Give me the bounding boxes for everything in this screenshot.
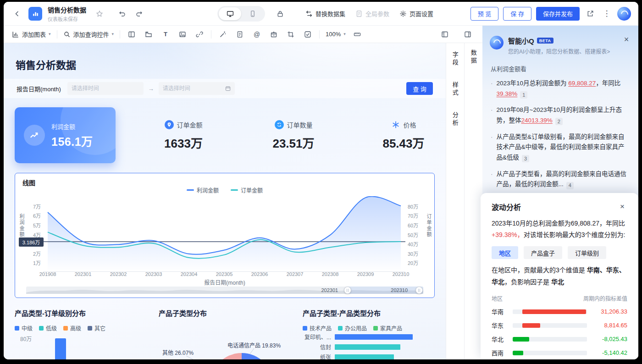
diff-bar-fill (522, 323, 540, 328)
checklist-icon[interactable] (302, 29, 313, 40)
insight-item[interactable]: · 从产品子类型看，最高的利润金额来自电话通信产品，最低的利润金额...4 (491, 169, 629, 190)
y-tick: 6万 (23, 212, 41, 219)
add-query-control-button[interactable]: 添加查询控件 ▾ (63, 30, 114, 39)
mobile-view-icon[interactable] (241, 7, 264, 20)
layout-container-icon[interactable] (126, 29, 137, 40)
legend-marker (187, 189, 194, 191)
note-icon[interactable] (234, 29, 245, 40)
line-chart-card[interactable]: 线图 利润金额 订单金额 利润金额 订单金额 7万 6万 5万 4万 3万 2万 (15, 173, 435, 298)
more-menu-icon[interactable]: ⋮ (601, 8, 613, 20)
kpi-label: 价格 (404, 120, 416, 129)
range-slider[interactable]: 202301 202310 (26, 287, 423, 294)
end-date-input[interactable] (163, 85, 222, 92)
insight-list: · 2023年10月总利润金额为 69,808.27，年同比39.38%1 · … (482, 78, 638, 190)
chip-region[interactable]: 地区 (492, 246, 518, 259)
ruler-grid-icon[interactable] (352, 29, 363, 40)
line-plot[interactable] (43, 196, 405, 272)
y-tick: 50万 (408, 231, 427, 238)
user-avatar[interactable] (617, 7, 631, 21)
x-tick: 202307 (281, 271, 309, 277)
top-bar: 销售分析数据 仪表板未保存 替换数据集 全局参数 页面设置 预 览 保 存 保存… (4, 2, 638, 26)
chip-order-level[interactable]: 订单级别 (568, 246, 606, 259)
date-input-end[interactable] (159, 82, 235, 95)
widget-package-icon[interactable] (268, 29, 279, 40)
redo-icon[interactable] (133, 8, 145, 20)
chevron-down-icon: ▾ (49, 32, 51, 36)
add-chart-button[interactable]: 添加图表 ▾ (12, 30, 51, 39)
insight-item[interactable]: · 从产品类型&订单级别看，最高的利润金额来自技术产品&中级等，最低的利润金额来… (491, 132, 629, 163)
text-tool-icon[interactable]: T (160, 29, 171, 40)
desktop-view-icon[interactable] (219, 7, 241, 20)
legend-item[interactable]: 中级 (15, 324, 33, 332)
query-control-bar: 报告日期(month) → 查 询 (4, 79, 446, 98)
save-button[interactable]: 保 存 (503, 7, 531, 21)
kpi-card-order-count[interactable]: 订单数量 23.51万 (243, 107, 344, 163)
image-tool-icon[interactable] (177, 29, 188, 40)
legend-item[interactable]: 高级 (63, 324, 81, 332)
tab-fields[interactable]: 字段 (451, 51, 459, 67)
publish-button[interactable]: 保存并发布 (536, 7, 580, 21)
kpi-card-profit-amount[interactable]: 利润金额 156.1万 (15, 107, 116, 163)
share-icon[interactable] (584, 8, 596, 20)
device-toggle[interactable] (217, 6, 265, 22)
undo-icon[interactable] (116, 8, 128, 20)
legend-item[interactable]: 技术产品 (303, 324, 332, 332)
kpi-label: 利润金额 (51, 122, 93, 131)
bar-chart-card[interactable]: 产品类型-订单级别分布 中级 低级 高级 其它 80万 (15, 304, 152, 359)
query-search-button[interactable]: 查 询 (406, 82, 433, 95)
fields-panel-icon[interactable] (439, 29, 450, 40)
pie-chart-card[interactable]: 产品子类型分布 其他 26.07% 电话通信产品 19.83% (159, 304, 296, 359)
mention-icon[interactable]: @ (251, 29, 262, 40)
insight-badge[interactable]: 1 (520, 91, 527, 99)
tab-container-icon[interactable] (143, 29, 154, 40)
data-panel-icon[interactable] (462, 29, 473, 40)
insight-badge[interactable]: 2 (555, 118, 563, 125)
link-tool-icon[interactable] (194, 29, 205, 40)
insight-item[interactable]: · 2019年08月~2023年10月的利润金额呈上升态势，整体24013.39… (491, 105, 629, 126)
diff-row: 西南-5,140.42 (492, 348, 627, 358)
theme-wand-icon[interactable] (217, 29, 228, 40)
zoom-control[interactable]: 100% ▾ (326, 31, 346, 38)
lock-icon[interactable] (274, 8, 286, 20)
date-input-start[interactable] (67, 82, 144, 95)
panel-title: 波动分析 (492, 201, 521, 212)
dashboard-canvas[interactable]: 销售分析数据 报告日期(month) → 查 询 (4, 43, 446, 359)
chart-title: 产品子类型-产品类型分布 (303, 304, 435, 318)
main-area: 添加图表 ▾ 添加查询控件 ▾ T @ (4, 26, 638, 359)
legend-item-order[interactable]: 订单金额 (231, 186, 263, 194)
favorite-star-icon[interactable] (94, 8, 105, 20)
chevron-down-icon: ▾ (343, 32, 346, 36)
back-button[interactable] (11, 8, 23, 20)
insight-badge[interactable]: 3 (522, 155, 529, 162)
legend-item-profit[interactable]: 利润金额 (187, 186, 219, 194)
insight-badge[interactable]: 4 (566, 182, 574, 189)
crop-icon[interactable] (285, 29, 296, 40)
start-date-input[interactable] (72, 85, 139, 92)
tab-analysis[interactable]: 分析 (451, 112, 459, 127)
chip-product-box[interactable]: 产品盒子 (524, 246, 562, 259)
replace-dataset-button[interactable]: 替换数据集 (303, 7, 348, 20)
slider-start-label: 202301 (321, 287, 338, 293)
insight-item[interactable]: · 2023年10月总利润金额为 69,808.27，年同比39.38%1 (491, 78, 629, 99)
tab-style[interactable]: 样式 (451, 82, 459, 97)
panel-toggles (439, 29, 478, 40)
calendar-icon (225, 85, 231, 92)
kpi-card-order-amount[interactable]: 订单金额 1633万 (133, 107, 234, 163)
diff-bar-track (513, 323, 587, 328)
legend-item[interactable]: 其它 (88, 324, 105, 332)
global-params-button[interactable]: 全局参数 (353, 7, 392, 20)
legend-item[interactable]: 办公用品 (338, 324, 367, 332)
legend-item[interactable]: 家具产品 (373, 324, 402, 332)
close-icon[interactable]: × (621, 34, 632, 45)
page-settings-button[interactable]: 页面设置 (397, 7, 436, 20)
preview-button[interactable]: 预 览 (470, 7, 499, 21)
tab-data[interactable]: 数据 (469, 50, 478, 65)
assistant-subtitle[interactable]: 您的AI小助理，陪您分析数据、搭建报表> (508, 47, 610, 55)
legend-item[interactable]: 低级 (39, 324, 57, 332)
close-icon[interactable]: × (617, 202, 627, 212)
dimension-chips: 地区 产品盒子 订单级别 (492, 246, 627, 259)
y-tick: 40万 (408, 240, 427, 248)
hbar-chart-card[interactable]: 产品子类型-产品类型分布 技术产品 办公用品 家具产品 复印机、... 信封 纸… (303, 304, 435, 359)
editor-area: 添加图表 ▾ 添加查询控件 ▾ T @ (4, 26, 482, 359)
kpi-card-price[interactable]: 价格 85.43万 (353, 107, 446, 163)
